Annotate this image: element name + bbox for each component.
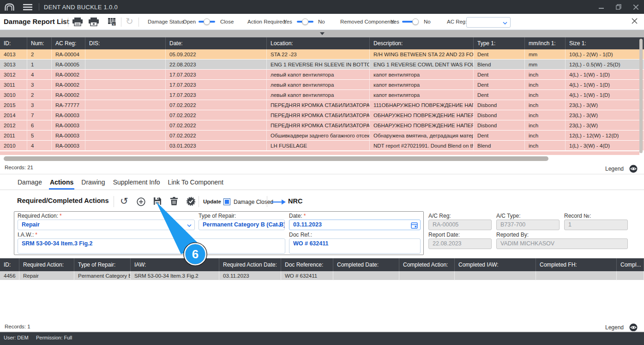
legend-top[interactable]: Legend	[605, 165, 638, 173]
update-button[interactable]: Update	[203, 199, 221, 204]
column-header[interactable]: Num:	[27, 37, 52, 49]
table-cell: NDT report #27021991. Dound Blend on the…	[370, 141, 474, 151]
doc-ref-input[interactable]: WO # 632411	[289, 238, 421, 254]
column-header[interactable]: Doc Reference:	[281, 258, 333, 271]
print-preview-icon[interactable]	[89, 18, 99, 26]
table-cell: ПЕРЕДНЯЯ КРОМКА СТАБИЛИЗАТОРА МЕЖДУ...	[267, 110, 370, 120]
column-header[interactable]: Location:	[267, 37, 370, 49]
legend-eye-icon[interactable]	[629, 165, 638, 173]
table-cell: 07.02.2022	[166, 100, 267, 110]
tab-actions[interactable]: Actions	[49, 178, 74, 190]
tab-drawing[interactable]: Drawing	[80, 178, 106, 190]
close-window-button[interactable]	[633, 5, 638, 10]
damage-status-toggle[interactable]	[199, 18, 215, 25]
legend-eye-icon[interactable]	[629, 323, 638, 332]
ac-reg-dropdown[interactable]	[466, 17, 511, 28]
restore-button[interactable]	[616, 4, 621, 10]
table-row[interactable]: 30124RA-0000217.07.2023левый капот венти…	[0, 70, 644, 80]
column-header[interactable]: Completed FH:	[536, 258, 617, 271]
action-required-no: No	[318, 19, 325, 24]
table-cell: 4(L) - 1(W) - 1(D)	[566, 90, 644, 100]
table-cell	[617, 271, 644, 280]
report-date-label: Report Date:	[428, 232, 460, 238]
vertical-scrollbar[interactable]	[639, 39, 643, 153]
column-header[interactable]: Size 1:	[566, 37, 644, 49]
table-cell	[85, 100, 166, 110]
column-header[interactable]: Required Action:	[19, 258, 74, 271]
save-action-icon[interactable]	[153, 197, 162, 205]
table-row[interactable]: 20115RA-0000307.02.2022Обшивкадвери задн…	[0, 131, 644, 141]
table-cell	[85, 141, 166, 151]
column-header[interactable]: AC Reg:	[52, 37, 85, 49]
undo-icon[interactable]: ↺	[120, 197, 128, 205]
column-header[interactable]: DIS:	[85, 37, 166, 49]
print-icon[interactable]	[72, 18, 83, 26]
table-row[interactable]: 30113RA-0000217.07.2023левый капот венти…	[0, 80, 644, 90]
tab-supplement-info[interactable]: Supplement Info	[112, 178, 161, 190]
legend-bottom[interactable]: Legend	[605, 323, 638, 332]
table-cell: 1	[27, 59, 52, 70]
column-header[interactable]: Completed Action:	[399, 258, 455, 271]
table-row[interactable]: 20147RA-0000307.02.2022ПЕРЕДНЯЯ КРОМКА С…	[0, 110, 644, 120]
column-header[interactable]: Completed Date:	[333, 258, 399, 271]
delete-action-icon[interactable]	[170, 197, 178, 205]
chevron-down-icon	[277, 224, 282, 227]
date-input[interactable]: 03.11.2023	[289, 220, 421, 230]
menu-hamburger-icon[interactable]	[23, 4, 32, 11]
app-icon	[4, 3, 15, 11]
table-row[interactable]: 20104RA-0000303.01.2023LH FUSELAGENDT re…	[0, 141, 644, 151]
removed-components-toggle[interactable]	[402, 18, 419, 25]
table-cell: RA-00003	[52, 141, 85, 151]
table-cell: ОБНАРУЖЕНО ПОВРЕЖДЕНИЕ НАПЕРЕЖНЕЙ...	[370, 110, 474, 120]
action-required-toggle[interactable]	[297, 18, 313, 25]
table-row[interactable]: 4456RepairPermanent Category B (...SRM 5…	[0, 271, 644, 280]
required-action-select[interactable]: Repair	[18, 220, 195, 230]
refresh-icon[interactable]: ↻	[126, 17, 133, 26]
calendar-icon[interactable]	[411, 222, 418, 229]
table-cell: 111ОБНАРУЖЕНО ПОВРЕЖДЕНИЕ НАПЕРЕЖН...	[370, 100, 474, 110]
table-row[interactable]: 20126RA-0000307.02.2022ПЕРЕДНЯЯ КРОМКА С…	[0, 120, 644, 131]
type-of-repair-select[interactable]: Permanent Category B (Cat B)	[199, 220, 285, 230]
table-cell: 23(L) - 3(W)	[566, 100, 644, 110]
table-cell: RA-00002	[52, 90, 85, 100]
column-header[interactable]: IAW:	[131, 258, 219, 271]
column-header[interactable]: Required Action Date:	[219, 258, 281, 271]
required-asterisk: *	[60, 213, 62, 219]
table-cell: 3011	[0, 80, 27, 90]
table-cell: 1(L) - 3(W) - 4(D)	[566, 141, 644, 151]
table-cell: 4	[27, 70, 52, 80]
table-row[interactable]: 30131RA-0000522.08.2023ENG 1 REVERSE RH …	[0, 59, 644, 70]
complete-badge-icon[interactable]	[187, 197, 195, 206]
column-header[interactable]: Compl...	[617, 258, 644, 271]
column-header[interactable]: Type of Repair:	[74, 258, 131, 271]
ac-type-value: B737-700	[496, 220, 560, 230]
column-header[interactable]: Completed IAW:	[455, 258, 536, 271]
table-cell: 03.01.2023	[166, 141, 267, 151]
table-cell: 05.09.2022	[166, 49, 267, 59]
damage-closed-checkbox[interactable]	[223, 198, 230, 205]
table-cell: Обнаружена вмятина, деградация материала…	[370, 131, 474, 141]
iaw-input[interactable]: SRM 53-00-34 Item.3 Fig.2	[18, 238, 285, 254]
column-header[interactable]: ID:	[0, 258, 19, 271]
add-action-icon[interactable]	[137, 197, 145, 206]
table-row[interactable]: 40132RA-0000405.09.2022STA 22 -23R/H WIN…	[0, 49, 644, 59]
tab-damage[interactable]: Damage	[17, 178, 43, 190]
column-header[interactable]: Description:	[370, 37, 474, 49]
column-header[interactable]: Date:	[166, 37, 267, 49]
date-label: Date:*	[289, 213, 306, 219]
column-header[interactable]: ID:	[0, 37, 27, 49]
nrc-button[interactable]: NRC	[288, 197, 302, 205]
column-header[interactable]: mm/inch 1:	[525, 37, 566, 49]
column-header[interactable]: Type 1:	[474, 37, 525, 49]
collapse-splitter[interactable]	[0, 30, 644, 37]
table-cell: 3	[27, 80, 52, 90]
close-report-icon[interactable]	[632, 18, 638, 24]
tab-link-to-component[interactable]: Link To Component	[167, 178, 224, 190]
required-actions-table: ID:Required Action:Type of Repair:IAW:Re…	[0, 258, 644, 280]
horizontal-scrollbar[interactable]	[4, 156, 548, 161]
table-row[interactable]: 20153RA-7777707.02.2022ПЕРЕДНЯЯ КРОМКА С…	[0, 100, 644, 110]
table-row[interactable]: 30102RA-0000217.07.2023левый капот венти…	[0, 90, 644, 100]
minimize-button[interactable]	[599, 5, 604, 10]
nrc-arrow-icon[interactable]	[271, 199, 286, 205]
export-excel-icon[interactable]: x	[108, 18, 116, 26]
